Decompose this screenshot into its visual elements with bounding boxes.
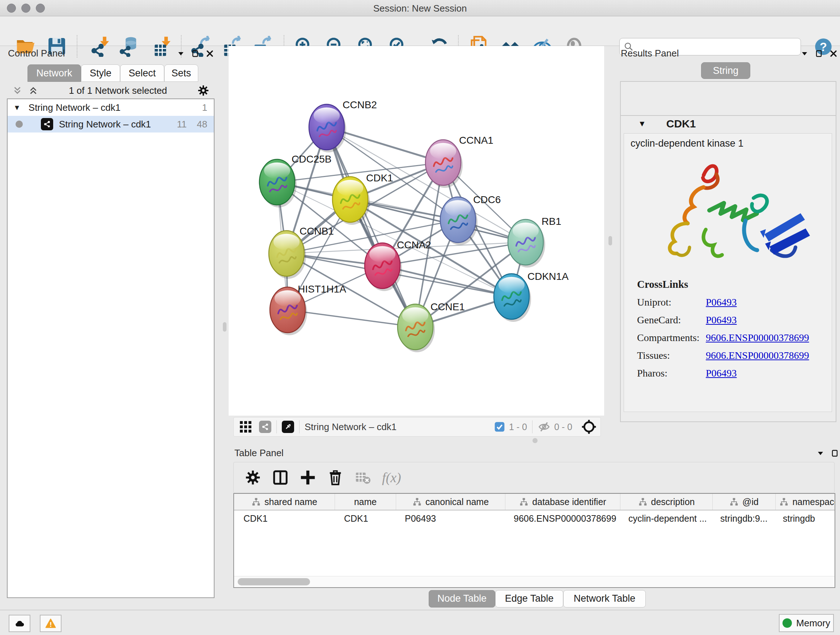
table-panel-controls [816, 449, 840, 458]
network-node-CDK1[interactable]: CDK1 [332, 172, 393, 225]
tab-sets[interactable]: Sets [164, 65, 198, 82]
column-header-name[interactable]: name [335, 494, 396, 510]
network-row[interactable]: String Network – cdk1 11 48 [8, 116, 214, 133]
import-network-database-button[interactable] [118, 36, 140, 57]
crosslink-link[interactable]: P06493 [706, 367, 737, 379]
fit-selected-crosshair-icon[interactable] [581, 419, 597, 435]
apply-function-icon[interactable]: f(x) [382, 470, 401, 486]
network-node-CCNA2[interactable]: CCNA2 [365, 239, 431, 291]
protein-result-box: ▼ CDK1 cyclin-dependent kinase 1 [620, 115, 836, 422]
crosslink-link[interactable]: 9606.ENSP00000378699 [706, 332, 809, 344]
delete-column-icon[interactable] [327, 469, 344, 486]
collapse-all-icon[interactable] [12, 85, 23, 96]
column-header-shared-name[interactable]: shared name [234, 494, 335, 510]
tab-node-table[interactable]: Node Table [429, 590, 495, 608]
panel-close-icon[interactable] [205, 49, 214, 58]
hidden-eye-slash-icon[interactable] [538, 420, 551, 433]
memory-button[interactable]: Memory [779, 614, 834, 632]
panel-float-icon[interactable] [831, 449, 839, 458]
panel-menu-icon[interactable] [800, 49, 809, 58]
toolbar-separator [276, 420, 277, 433]
tab-network-table[interactable]: Network Table [563, 590, 646, 608]
tab-string[interactable]: String [701, 62, 750, 79]
tab-edge-table[interactable]: Edge Table [495, 590, 563, 608]
table-row[interactable]: CDK1CDK1P064939606.ENSP00000378699cyclin… [234, 510, 835, 526]
column-header-database-identifier[interactable]: database identifier [505, 494, 621, 510]
horizontal-splitter-handle[interactable] [532, 438, 538, 443]
crosslink-link[interactable]: P06493 [706, 296, 737, 308]
crosslink-link[interactable]: 9606.ENSP00000378699 [706, 350, 809, 361]
right-splitter-handle[interactable] [608, 236, 612, 245]
table-options-gear-icon[interactable] [245, 469, 261, 486]
table-cell[interactable]: cyclin-dependent ... [619, 510, 711, 526]
network-node-CDKN1A[interactable]: CDKN1A [494, 271, 569, 322]
network-node-CDC25B[interactable]: CDC25B [259, 154, 332, 207]
network-node-HIST1H1A[interactable]: HIST1H1A [270, 283, 346, 335]
network-node-RB1[interactable]: RB1 [508, 216, 561, 268]
tab-network[interactable]: Network [27, 65, 81, 82]
birdseye-view-icon[interactable] [282, 421, 294, 433]
cloud-status-button[interactable] [9, 615, 30, 632]
crosslink-row: Compartments:9606.ENSP00000378699 [637, 332, 809, 344]
column-header-namespace[interactable]: namespace [775, 494, 835, 510]
expand-all-icon[interactable] [28, 85, 39, 96]
crosslink-link[interactable]: P06493 [706, 314, 737, 326]
column-type-icon [729, 497, 739, 507]
left-splitter-handle[interactable] [223, 322, 226, 332]
table-cell[interactable]: CDK1 [234, 510, 335, 526]
network-options-gear-icon[interactable] [197, 84, 210, 97]
table-cell[interactable]: 9606.ENSP00000378699 [504, 510, 619, 526]
panel-float-icon[interactable] [815, 49, 823, 58]
network-node-CCNB1[interactable]: CCNB1 [269, 226, 334, 279]
add-column-icon[interactable] [300, 469, 316, 486]
import-database-icon [118, 36, 140, 57]
delete-table-icon[interactable] [355, 469, 371, 486]
network-node-CDC6[interactable]: CDC6 [440, 194, 501, 245]
column-label: canonical name [425, 497, 489, 507]
warnings-button[interactable] [40, 615, 62, 632]
panel-float-icon[interactable] [191, 49, 200, 58]
crosslink-row: Uniprot:P06493 [637, 296, 809, 308]
hidden-counts: 0 - 0 [554, 422, 572, 432]
node-label-RB1: RB1 [542, 216, 561, 227]
network-collection-row[interactable]: ▼ String Network – cdk1 1 [8, 99, 214, 116]
edge-count: 48 [197, 119, 207, 130]
network-node-CCNE1[interactable]: CCNE1 [398, 301, 465, 352]
network-edge-CCNB2-CCNE1[interactable] [327, 127, 415, 327]
tab-style[interactable]: Style [81, 65, 120, 82]
import-network-file-button[interactable] [90, 36, 111, 57]
table-cell[interactable]: P06493 [395, 510, 504, 526]
tree-expand-icon[interactable]: ▼ [13, 103, 21, 112]
table-cell[interactable]: stringdb [774, 510, 835, 526]
table-cell[interactable]: CDK1 [335, 510, 395, 526]
panel-menu-icon[interactable] [177, 49, 185, 58]
protein-name: CDK1 [666, 118, 696, 130]
import-table-button[interactable] [151, 36, 172, 57]
panel-close-icon[interactable] [829, 49, 838, 58]
network-node-CCNA1[interactable]: CCNA1 [425, 135, 493, 188]
network-node-CCNB2[interactable]: CCNB2 [309, 99, 377, 152]
memory-status-dot [783, 618, 792, 628]
protein-detail-box: cyclin-dependent kinase 1 [624, 133, 832, 412]
column-header--id[interactable]: @id [713, 494, 775, 510]
selected-checkbox-icon[interactable] [494, 421, 505, 432]
network-canvas[interactable]: CCNB2CCNA1CDC25BCDK1CDC6RB1CCNB1CCNA2CDK… [229, 46, 604, 416]
panel-menu-icon[interactable] [816, 449, 825, 458]
network-tree: ▼ String Network – cdk1 1 String Network… [7, 98, 215, 598]
network-label: String Network – cdk1 [59, 119, 151, 130]
column-header-canonical-name[interactable]: canonical name [396, 494, 505, 510]
node-label-CDK1: CDK1 [366, 172, 393, 184]
column-label: database identifier [532, 497, 606, 507]
show-columns-icon[interactable] [272, 469, 289, 486]
collapse-protein-icon[interactable]: ▼ [638, 119, 646, 128]
crosslink-label: Uniprot: [637, 296, 706, 308]
column-header-description[interactable]: description [621, 494, 713, 510]
grid-view-icon[interactable] [239, 420, 253, 434]
protein-header-row[interactable]: ▼ CDK1 [621, 116, 836, 132]
tab-select[interactable]: Select [120, 65, 164, 82]
table-hscrollbar[interactable] [234, 576, 835, 587]
network-view-icon[interactable] [259, 421, 271, 433]
selected-counts: 1 - 0 [509, 422, 527, 432]
table-cell[interactable]: stringdb:9... [711, 510, 774, 526]
scrollbar-thumb[interactable] [238, 578, 310, 585]
